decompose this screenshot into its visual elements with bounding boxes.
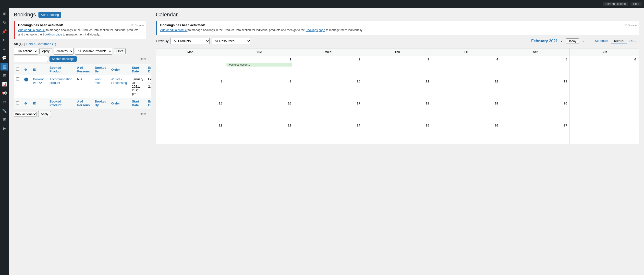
- order-link[interactable]: #1373 - Processing: [111, 77, 127, 85]
- row-checkbox-cell: [14, 75, 22, 98]
- cal-cell[interactable]: [570, 78, 639, 100]
- products-filter-select[interactable]: All Bookable Products: [75, 48, 112, 54]
- th-id[interactable]: ID: [30, 64, 47, 75]
- megaphone-icon[interactable]: 📢: [0, 89, 8, 97]
- cal-event[interactable]: woo test, Accom...: [226, 63, 292, 66]
- page-header: Bookings Add Booking: [14, 11, 146, 18]
- cal-cell[interactable]: 13: [501, 78, 570, 100]
- product-filter-select[interactable]: All Products: [170, 38, 210, 44]
- add-booking-button[interactable]: Add Booking: [38, 12, 62, 18]
- tag-icon[interactable]: 🏷: [0, 36, 8, 44]
- search-bookings-button[interactable]: Search Bookings: [50, 56, 77, 62]
- notice-dismiss-button[interactable]: ✕ Dismiss: [131, 23, 144, 27]
- bottom-apply-button[interactable]: Apply: [38, 111, 51, 117]
- cal-date-number: 23: [226, 123, 292, 128]
- page-title: Bookings: [14, 11, 36, 18]
- list-icon[interactable]: ≡: [0, 45, 8, 53]
- dashboard-icon[interactable]: ⊞: [0, 10, 8, 18]
- bar-chart-icon[interactable]: 📊: [0, 80, 8, 88]
- cal-date-number: 6: [571, 57, 637, 62]
- cal-cell[interactable]: 4: [432, 56, 501, 78]
- cal-cell[interactable]: 12: [432, 78, 501, 100]
- cal-cell[interactable]: 1woo test, Accom...: [225, 56, 294, 78]
- day-view-tab[interactable]: Da...: [626, 38, 639, 44]
- product-link[interactable]: Accommodation product: [50, 77, 72, 85]
- cal-cell[interactable]: 6: [570, 56, 639, 78]
- calendar-notice: Bookings has been activated! Add or edit…: [156, 21, 639, 35]
- footer-th-id[interactable]: ID: [30, 98, 47, 109]
- bulk-actions-select[interactable]: Bulk actions: [14, 48, 38, 54]
- th-start-date[interactable]: Start Date: [130, 64, 146, 75]
- calendar-header-row: Mon Tue Wed Thu Fri Sat Sun: [156, 48, 639, 56]
- help-button[interactable]: Help: [630, 2, 642, 6]
- filter-button[interactable]: Filter: [114, 48, 126, 54]
- today-button[interactable]: Today: [566, 38, 579, 44]
- wrench-icon[interactable]: 🔧: [0, 107, 8, 114]
- th-persons: # of Persons: [75, 64, 92, 75]
- customer-link[interactable]: woo test: [95, 77, 101, 85]
- cal-cell[interactable]: 2: [294, 56, 363, 78]
- cal-notice-product-link[interactable]: Add or edit a product: [160, 28, 188, 32]
- next-month-button[interactable]: ›: [581, 39, 585, 43]
- current-month-title[interactable]: February 2021: [531, 39, 558, 43]
- cal-cell[interactable]: 5: [501, 56, 570, 78]
- select-all-footer-checkbox[interactable]: [16, 101, 19, 104]
- calendar-icon[interactable]: ▤: [0, 63, 8, 70]
- cal-cell[interactable]: 19: [432, 100, 501, 122]
- booking-id-link[interactable]: Booking #1372: [33, 77, 44, 85]
- cal-notice-dismiss-button[interactable]: ✕ Dismiss: [624, 23, 638, 27]
- day-header-sun: Sun: [570, 48, 639, 56]
- select-all-checkbox[interactable]: [16, 67, 19, 71]
- row-checkbox[interactable]: [16, 77, 19, 80]
- cal-cell[interactable]: 3: [363, 56, 432, 78]
- notice-bookings-link[interactable]: Bookings page: [42, 33, 62, 36]
- cal-date-number: 9: [226, 79, 292, 84]
- cal-cell[interactable]: 10: [294, 78, 363, 100]
- layers-icon[interactable]: ⊟: [0, 71, 8, 79]
- cal-cell[interactable]: 26: [432, 122, 501, 144]
- schedule-view-tab[interactable]: Schedule: [592, 38, 611, 44]
- cal-notice-bookings-link[interactable]: Bookings page: [306, 28, 325, 32]
- cal-cell[interactable]: 11: [363, 78, 432, 100]
- cal-cell[interactable]: 24: [294, 122, 363, 144]
- pin-icon[interactable]: 📌: [0, 27, 8, 35]
- cal-cell[interactable]: 22: [156, 122, 225, 144]
- dates-filter-select[interactable]: All dates: [54, 48, 74, 54]
- month-view-tab[interactable]: Month: [611, 38, 626, 44]
- cal-cell[interactable]: 27: [501, 122, 570, 144]
- status-col-footer-icon: ⊖: [24, 102, 27, 105]
- cal-dismiss-icon: ✕: [624, 23, 627, 27]
- cal-cell[interactable]: 9: [225, 78, 294, 100]
- cal-cell[interactable]: 16: [225, 100, 294, 122]
- refresh-icon[interactable]: ↻: [0, 18, 8, 26]
- prev-month-button[interactable]: ‹: [560, 39, 564, 43]
- cal-cell[interactable]: 15: [156, 100, 225, 122]
- cal-cell[interactable]: 8: [156, 78, 225, 100]
- footer-th-order: Order: [109, 98, 129, 109]
- resource-filter-select[interactable]: All Resources: [212, 38, 251, 44]
- cal-notice-title: Bookings has been activated!: [160, 23, 636, 27]
- th-end-date[interactable]: End Date: [146, 64, 151, 75]
- tab-paid-confirmed[interactable]: Paid & Confirmed (1): [26, 42, 56, 46]
- cal-cell[interactable]: [156, 56, 225, 78]
- cal-cell[interactable]: [570, 122, 639, 144]
- cal-cell[interactable]: 18: [363, 100, 432, 122]
- cal-cell[interactable]: 17: [294, 100, 363, 122]
- chat-icon[interactable]: 💬: [0, 54, 8, 62]
- tab-all[interactable]: All (1): [14, 42, 22, 46]
- search-input[interactable]: [14, 56, 48, 62]
- calendar-title: Calendar: [156, 11, 639, 18]
- play-icon[interactable]: ▶: [0, 124, 8, 132]
- cal-cell[interactable]: [570, 100, 639, 122]
- notice-product-link[interactable]: Add or edit a product: [18, 28, 45, 32]
- screen-options-button[interactable]: Screen Options: [603, 2, 628, 6]
- cal-cell[interactable]: 20: [501, 100, 570, 122]
- bottom-bulk-actions-select[interactable]: Bulk actions: [14, 112, 37, 116]
- grid-icon[interactable]: ⊞: [0, 115, 8, 123]
- top-apply-button[interactable]: Apply: [40, 48, 52, 54]
- tools-icon[interactable]: ✂: [0, 98, 8, 106]
- day-header-thu: Thu: [363, 48, 432, 56]
- day-header-tue: Tue: [225, 48, 294, 56]
- cal-cell[interactable]: 25: [363, 122, 432, 144]
- cal-cell[interactable]: 23: [225, 122, 294, 144]
